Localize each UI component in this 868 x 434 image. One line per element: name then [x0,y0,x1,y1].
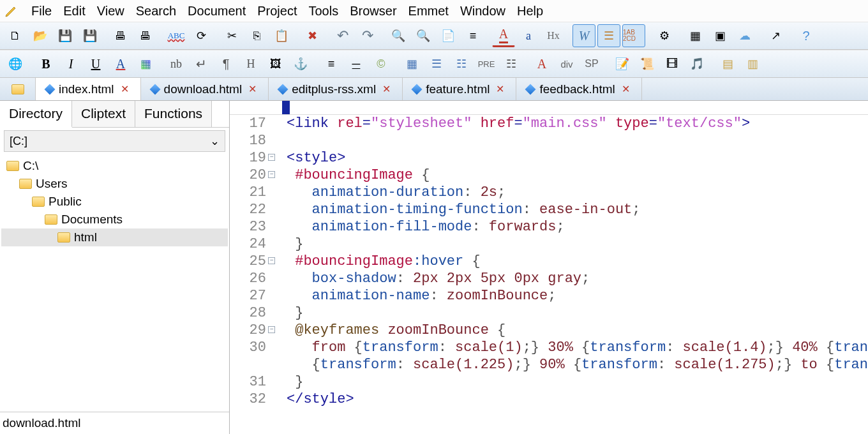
font-icon[interactable]: a [517,24,540,47]
fold-icon[interactable]: − [268,171,275,178]
code-line[interactable]: } [287,236,868,253]
drive-select[interactable]: [C:] ⌄ [4,130,225,152]
code-line[interactable]: #bouncingImage { [287,167,868,184]
undo-icon[interactable]: ↶ [331,24,354,47]
code-line[interactable]: animation-duration: 2s; [287,184,868,201]
editor-area[interactable]: ———+————1————+————2————+————3————+————4—… [230,101,868,434]
external-icon[interactable]: ↗ [764,24,787,47]
div-btn[interactable]: div [555,52,578,75]
open-file-icon[interactable]: 📂 [29,24,52,47]
code-line[interactable]: animation-fill-mode: forwards; [287,218,868,236]
template1-btn[interactable]: ▤ [716,52,739,75]
bookmark-icon[interactable]: ≡ [461,24,484,47]
save-icon[interactable]: 💾 [54,24,77,47]
tab-feature-html[interactable]: feature.html✕ [403,78,516,100]
menu-help[interactable]: Help [511,1,549,20]
para-btn[interactable]: ¶ [214,52,237,75]
menu-edit[interactable]: Edit [57,1,91,20]
tree-item[interactable]: Public [1,193,228,211]
align-left-btn[interactable]: ≡ [320,52,343,75]
hex-icon[interactable]: Hx [542,24,565,47]
span-btn[interactable]: SP [580,52,603,75]
goto-icon[interactable]: 📄 [437,24,460,47]
tree-item[interactable]: html [1,228,228,246]
code-line[interactable]: <style> [287,149,868,167]
tab-download-html[interactable]: download.html✕ [141,78,269,100]
menu-file[interactable]: File [26,1,57,20]
code-line[interactable]: #bouncingImage:hover { [287,253,868,270]
fold-icon[interactable]: − [268,326,275,333]
code-line[interactable]: {transform: scale(1.225);} 90% {transfor… [287,356,868,373]
palette-btn[interactable]: ▦ [134,52,157,75]
close-icon[interactable]: ✕ [247,83,258,95]
menu-document[interactable]: Document [182,1,251,20]
code-line[interactable]: animation-timing-function: ease-in-out; [287,201,868,218]
close-icon[interactable]: ✕ [381,83,392,95]
close-icon[interactable]: ✕ [495,83,505,95]
print-preview-icon[interactable]: 🖶 [134,24,157,47]
film-btn[interactable]: 🎞 [661,52,684,75]
directory-tree[interactable]: C:\UsersPublicDocumentshtml [0,154,229,412]
edit-page-btn[interactable]: 📝 [611,52,634,75]
comment-btn[interactable]: © [370,52,393,75]
tab-editplus-rss-xml[interactable]: editplus-rss.xml✕ [269,78,403,100]
window-icon[interactable]: ▦ [684,24,707,47]
hr-btn[interactable]: ─ [345,52,368,75]
list-btn[interactable]: ☷ [500,52,523,75]
tab-feedback-html[interactable]: feedback.html✕ [516,78,641,100]
menu-emmet[interactable]: Emmet [403,1,454,20]
print-icon[interactable]: 🖶 [109,24,132,47]
code-line[interactable]: <link rel="stylesheet" href="main.css" t… [287,115,868,132]
fold-icon[interactable]: − [268,257,275,264]
image-btn[interactable]: 🖼 [264,52,287,75]
settings-icon[interactable]: ⚙ [653,24,676,47]
menu-browser[interactable]: Browser [344,1,402,20]
sidebar-tab-cliptext[interactable]: Cliptext [72,101,135,127]
audio-btn[interactable]: 🎵 [685,52,708,75]
italic-btn[interactable]: I [59,52,82,75]
text-btn[interactable]: A [530,52,553,75]
cut-icon[interactable]: ✂ [220,24,243,47]
line-numbers-icon[interactable]: ☰ [597,24,620,47]
form-btn[interactable]: ☰ [425,52,448,75]
file-list-item[interactable]: download.html [3,416,81,430]
heading-btn[interactable]: H [239,52,262,75]
frame-btn[interactable]: ☷ [450,52,473,75]
spellcheck-icon[interactable]: ABC [165,24,188,47]
code-line[interactable]: } [287,373,868,391]
save-all-icon[interactable]: 💾 [79,24,101,47]
refresh-icon[interactable]: ⟳ [190,24,213,47]
menu-window[interactable]: Window [454,1,511,20]
globe-icon[interactable]: 🌐 [4,52,27,75]
close-icon[interactable]: ✕ [620,83,631,95]
menu-project[interactable]: Project [251,1,303,20]
cloud-icon[interactable]: ☁ [733,24,756,47]
menu-tools[interactable]: Tools [303,1,344,20]
code-line[interactable] [287,132,868,149]
help-icon[interactable]: ? [795,24,818,47]
tree-item[interactable]: Users [1,175,228,193]
bold-btn[interactable]: B [34,52,57,75]
tree-item[interactable]: C:\ [1,157,228,175]
fold-icon[interactable]: − [268,154,275,161]
code-line[interactable]: </style> [287,391,868,408]
paste-icon[interactable]: 📋 [270,24,293,47]
pre-btn[interactable]: PRE [475,52,498,75]
new-file-icon[interactable]: 🗋 [4,24,27,47]
sidebar-tab-functions[interactable]: Functions [135,101,212,127]
code-line[interactable]: } [287,304,868,322]
wordwrap-icon[interactable]: W [572,24,595,47]
find-icon[interactable]: 🔍 [387,24,410,47]
menu-view[interactable]: View [91,1,130,20]
copy-icon[interactable]: ⎘ [245,24,268,47]
underline-btn[interactable]: U [84,52,107,75]
text-color-icon[interactable]: A [492,24,515,47]
delete-icon[interactable]: ✖ [301,24,324,47]
file-list[interactable]: download.html [0,412,229,434]
code-lines[interactable]: <link rel="stylesheet" href="main.css" t… [273,115,868,408]
code-line[interactable]: from {transform: scale(1);} 30% {transfo… [287,339,868,356]
code-line[interactable]: animation-name: zoomInBounce; [287,287,868,304]
find-replace-icon[interactable]: 🔍 [412,24,435,47]
font-color-btn[interactable]: A [109,52,132,75]
close-icon[interactable]: ✕ [119,83,130,95]
